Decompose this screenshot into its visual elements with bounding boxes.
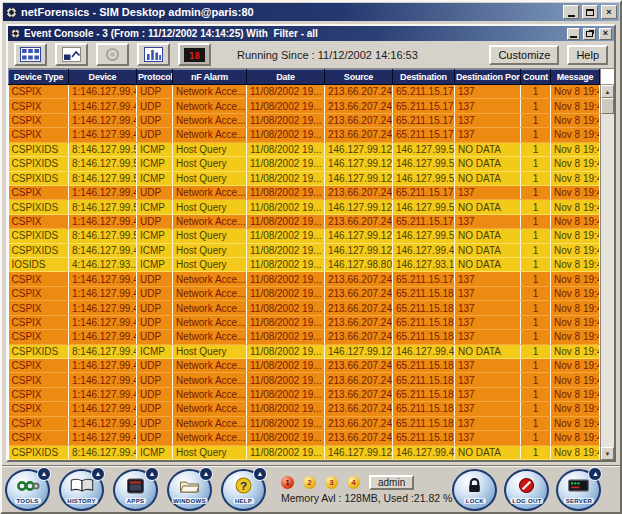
table-cell[interactable]: 1:146.127.99.4 bbox=[69, 315, 137, 329]
table-row[interactable]: CSPIX1:146.127.99.4UDPNetwork Acce...11/… bbox=[9, 416, 600, 430]
table-cell[interactable]: 1:146.127.99.4 bbox=[69, 272, 137, 286]
table-cell[interactable]: 1 bbox=[521, 157, 551, 171]
table-cell[interactable]: 146.127.99.12 bbox=[325, 142, 393, 156]
table-cell[interactable]: ICMP bbox=[137, 344, 173, 358]
table-cell[interactable]: 11/08/2002 19... bbox=[247, 286, 325, 300]
table-cell[interactable]: 1:146.127.99.4 bbox=[69, 359, 137, 373]
table-cell[interactable]: UDP bbox=[137, 330, 173, 344]
session-indicator-1[interactable]: 1 bbox=[281, 476, 294, 489]
table-cell[interactable]: 146.127.99.12 bbox=[325, 200, 393, 214]
session-indicator-2[interactable]: 2 bbox=[303, 476, 316, 489]
table-cell[interactable]: Nov 8 19:46:0... bbox=[551, 431, 600, 445]
table-cell[interactable]: 8:146.127.99.4 bbox=[69, 344, 137, 358]
table-cell[interactable]: NO DATA bbox=[455, 229, 521, 243]
table-cell[interactable]: Host Query bbox=[173, 445, 247, 459]
table-cell[interactable]: Nov 8 19:46:0... bbox=[551, 387, 600, 401]
table-cell[interactable]: Nov 8 19:46:0... bbox=[551, 214, 600, 228]
table-row[interactable]: CSPIX1:146.127.99.4UDPNetwork Acce...11/… bbox=[9, 359, 600, 373]
table-cell[interactable]: CSPIXIDS bbox=[9, 243, 69, 257]
table-row[interactable]: CSPIX1:146.127.99.4UDPNetwork Acce...11/… bbox=[9, 402, 600, 416]
table-row[interactable]: IOSIDS4:146.127.93....ICMPHost Query11/0… bbox=[9, 258, 600, 272]
table-cell[interactable]: 137 bbox=[455, 185, 521, 199]
table-cell[interactable]: 146.127.93.17 bbox=[393, 258, 455, 272]
table-cell[interactable]: Network Acce... bbox=[173, 315, 247, 329]
table-cell[interactable]: Host Query bbox=[173, 344, 247, 358]
table-cell[interactable]: Host Query bbox=[173, 171, 247, 185]
table-cell[interactable]: 65.211.15.187 bbox=[393, 402, 455, 416]
table-cell[interactable]: CSPIX bbox=[9, 286, 69, 300]
table-cell[interactable]: 146.127.99.12 bbox=[325, 171, 393, 185]
table-cell[interactable]: 11/08/2002 19... bbox=[247, 301, 325, 315]
grid-view-button[interactable] bbox=[14, 43, 47, 66]
table-cell[interactable]: Nov 8 19:46:0... bbox=[551, 128, 600, 142]
table-cell[interactable]: 1 bbox=[521, 142, 551, 156]
maximize-button[interactable] bbox=[582, 5, 598, 19]
table-cell[interactable]: 1 bbox=[521, 243, 551, 257]
table-cell[interactable]: CSPIX bbox=[9, 315, 69, 329]
table-cell[interactable]: 1 bbox=[521, 99, 551, 113]
table-cell[interactable]: 146.127.99.12 bbox=[325, 243, 393, 257]
table-row[interactable]: CSPIXIDS8:146.127.99.5ICMPHost Query11/0… bbox=[9, 229, 600, 243]
table-cell[interactable]: 137 bbox=[455, 315, 521, 329]
table-cell[interactable]: 213.66.207.240 bbox=[325, 431, 393, 445]
table-cell[interactable]: 1 bbox=[521, 301, 551, 315]
table-cell[interactable]: 11/08/2002 19... bbox=[247, 99, 325, 113]
table-cell[interactable]: 137 bbox=[455, 431, 521, 445]
table-cell[interactable]: 213.66.207.240 bbox=[325, 359, 393, 373]
table-cell[interactable]: 146.127.99.5 bbox=[393, 142, 455, 156]
table-cell[interactable]: 137 bbox=[455, 373, 521, 387]
table-row[interactable]: CSPIXIDS8:146.127.99.5ICMPHost Query11/0… bbox=[9, 200, 600, 214]
table-cell[interactable]: NO DATA bbox=[455, 243, 521, 257]
table-cell[interactable]: 1:146.127.99.4 bbox=[69, 301, 137, 315]
table-cell[interactable]: Nov 8 19:46:0... bbox=[551, 330, 600, 344]
table-cell[interactable]: Network Acce... bbox=[173, 402, 247, 416]
table-cell[interactable]: 1 bbox=[521, 373, 551, 387]
table-cell[interactable]: 11/08/2002 19... bbox=[247, 200, 325, 214]
table-cell[interactable]: 65.211.15.189 bbox=[393, 431, 455, 445]
table-cell[interactable]: ICMP bbox=[137, 157, 173, 171]
console-titlebar[interactable]: Event Console - 3 (From : 11/12/2002 14:… bbox=[8, 26, 614, 41]
apps-expand-badge[interactable]: ▲ bbox=[145, 467, 159, 481]
table-cell[interactable]: 1 bbox=[521, 258, 551, 272]
table-cell[interactable]: 146.127.99.12 bbox=[325, 229, 393, 243]
table-row[interactable]: CSPIX1:146.127.99.4UDPNetwork Acce...11/… bbox=[9, 185, 600, 199]
table-cell[interactable]: Network Acce... bbox=[173, 416, 247, 430]
table-cell[interactable]: ICMP bbox=[137, 445, 173, 459]
table-cell[interactable]: 1 bbox=[521, 113, 551, 127]
help-button[interactable]: Help bbox=[567, 45, 608, 65]
table-row[interactable]: CSPIX1:146.127.99.4UDPNetwork Acce...11/… bbox=[9, 286, 600, 300]
table-cell[interactable]: 8:146.127.99.4 bbox=[69, 243, 137, 257]
app-titlebar[interactable]: netForensics - SIM Desktop admin@paris:8… bbox=[3, 3, 619, 21]
table-cell[interactable]: CSPIX bbox=[9, 185, 69, 199]
table-cell[interactable]: 11/08/2002 19... bbox=[247, 128, 325, 142]
table-cell[interactable]: IOSIDS bbox=[9, 258, 69, 272]
apps-button[interactable]: APPS ▲ bbox=[113, 469, 158, 511]
table-cell[interactable]: 8:146.127.99.5 bbox=[69, 200, 137, 214]
table-cell[interactable]: CSPIXIDS bbox=[9, 445, 69, 459]
table-cell[interactable]: 137 bbox=[455, 387, 521, 401]
history-expand-badge[interactable]: ▲ bbox=[91, 467, 105, 481]
table-row[interactable]: CSPIX1:146.127.99.4UDPNetwork Acce...11/… bbox=[9, 85, 600, 99]
table-cell[interactable]: Nov 8 19:46:0... bbox=[551, 445, 600, 459]
table-cell[interactable]: 1:146.127.99.4 bbox=[69, 387, 137, 401]
table-cell[interactable]: NO DATA bbox=[455, 200, 521, 214]
column-header[interactable]: Destination Port bbox=[455, 70, 521, 85]
table-cell[interactable]: CSPIXIDS bbox=[9, 157, 69, 171]
table-cell[interactable]: 11/08/2002 19... bbox=[247, 185, 325, 199]
table-cell[interactable]: 11/08/2002 19... bbox=[247, 373, 325, 387]
table-cell[interactable]: 11/08/2002 19... bbox=[247, 416, 325, 430]
table-cell[interactable]: 11/08/2002 19... bbox=[247, 402, 325, 416]
table-cell[interactable]: Nov 8 19:46:0... bbox=[551, 315, 600, 329]
record-button[interactable] bbox=[96, 43, 129, 66]
table-cell[interactable]: 1 bbox=[521, 387, 551, 401]
table-cell[interactable]: 137 bbox=[455, 99, 521, 113]
table-cell[interactable]: CSPIX bbox=[9, 373, 69, 387]
table-cell[interactable]: 65.211.15.176 bbox=[393, 185, 455, 199]
table-cell[interactable]: 1 bbox=[521, 431, 551, 445]
table-cell[interactable]: 146.127.99.12 bbox=[325, 157, 393, 171]
table-cell[interactable]: 137 bbox=[455, 113, 521, 127]
table-cell[interactable]: ICMP bbox=[137, 142, 173, 156]
table-cell[interactable]: Nov 8 19:46:0... bbox=[551, 200, 600, 214]
report-view-button[interactable] bbox=[55, 43, 88, 66]
column-header[interactable]: Source bbox=[325, 70, 393, 85]
